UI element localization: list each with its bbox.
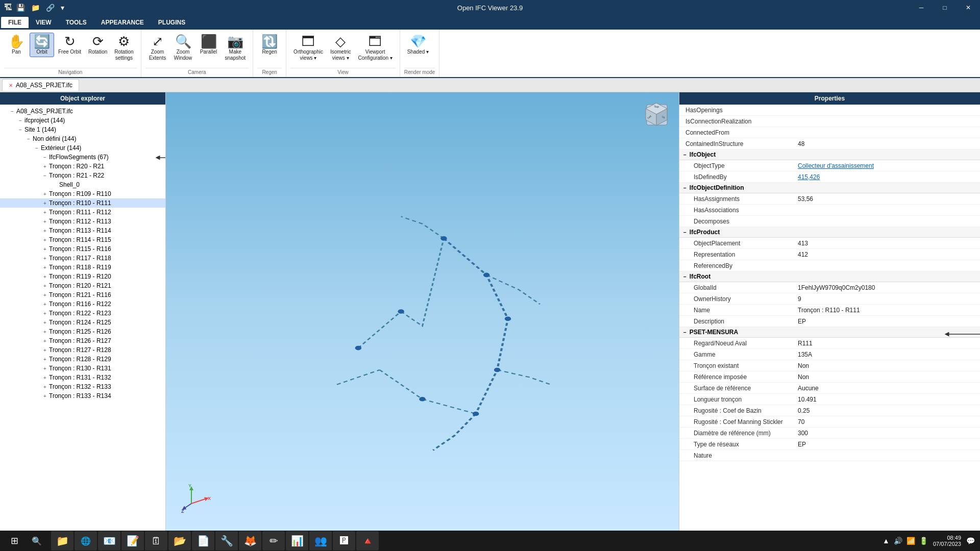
- tree-item-site[interactable]: − Site 1 (144): [0, 125, 165, 134]
- menu-file[interactable]: FILE: [1, 17, 29, 28]
- pan-button[interactable]: ✋ Pan: [4, 33, 29, 57]
- expand-icon[interactable]: +: [41, 338, 49, 344]
- expand-icon[interactable]: +: [41, 274, 49, 280]
- tree-item-root[interactable]: − A08_ASS_PRJET.ifc: [0, 107, 165, 116]
- taskbar-powerpoint[interactable]: 🅿: [333, 531, 355, 550]
- tray-network[interactable]: 📶: [905, 536, 916, 546]
- section-ifcobject[interactable]: − IfcObject: [679, 149, 980, 160]
- tree-item-shell0[interactable]: Shell_0: [0, 180, 165, 189]
- quick-link-icon[interactable]: 🔗: [44, 3, 57, 13]
- prop-val[interactable]: 415,426: [798, 173, 974, 181]
- tree-item-r118-r119[interactable]: + Tronçon : R118 - R119: [0, 263, 165, 272]
- tree-item-r126-r127[interactable]: + Tronçon : R126 - R127: [0, 336, 165, 345]
- taskbar-word[interactable]: 📝: [121, 531, 144, 550]
- tree-item-r113-r114[interactable]: + Tronçon : R113 - R114: [0, 226, 165, 235]
- zoom-extents-button[interactable]: ⤢ ZoomExtents: [145, 33, 170, 63]
- tree-item-r119-r120[interactable]: + Tronçon : R119 - R120: [0, 272, 165, 281]
- tree-item-r122-r123[interactable]: + Tronçon : R122 - R123: [0, 309, 165, 318]
- tree-item-r114-r115[interactable]: + Tronçon : R114 - R115: [0, 235, 165, 244]
- tree-item-ifcflow[interactable]: − IfcFlowSegments (67): [0, 153, 165, 162]
- close-button[interactable]: ✕: [957, 0, 980, 15]
- regen-button[interactable]: 🔃 Regen: [257, 33, 282, 57]
- quick-dropdown-icon[interactable]: ▾: [59, 3, 66, 13]
- expand-icon[interactable]: +: [41, 347, 49, 353]
- properties-content[interactable]: HasOpenings IsConnectionRealization Conn…: [679, 105, 980, 531]
- tree-area[interactable]: − A08_ASS_PRJET.ifc − ifcproject (144) −…: [0, 105, 165, 531]
- expand-icon[interactable]: −: [16, 127, 24, 133]
- document-tab-main[interactable]: ✕ A08_ASS_PRJET.ifc: [2, 79, 79, 91]
- tray-battery[interactable]: 🔋: [918, 536, 929, 546]
- tree-item-r21-r22[interactable]: − Tronçon : R21 - R22: [0, 171, 165, 180]
- 3d-viewport[interactable]: Top Left Us: [166, 92, 679, 531]
- taskbar-teams[interactable]: 👥: [309, 531, 332, 550]
- search-button[interactable]: 🔍: [27, 531, 47, 550]
- taskbar-excel[interactable]: 📊: [286, 531, 308, 550]
- taskbar-app8[interactable]: 🔧: [215, 531, 238, 550]
- expand-icon[interactable]: +: [41, 384, 49, 390]
- clock[interactable]: 08:49 07/07/2023: [933, 535, 961, 547]
- expand-icon[interactable]: −: [24, 136, 33, 142]
- tree-item-r109-r110[interactable]: + Tronçon : R109 - R110: [0, 189, 165, 198]
- orbit-button[interactable]: 🔄 Orbit: [30, 33, 54, 57]
- expand-icon[interactable]: +: [41, 265, 49, 270]
- make-snapshot-button[interactable]: 📷 Makesnapshot: [222, 33, 249, 63]
- taskbar-acrobat[interactable]: 📄: [192, 531, 214, 550]
- expand-icon[interactable]: +: [41, 191, 49, 197]
- tree-item-r131-r132[interactable]: + Tronçon : R131 - R132: [0, 373, 165, 382]
- menu-view[interactable]: VIEW: [29, 17, 59, 28]
- expand-icon[interactable]: +: [41, 201, 49, 206]
- menu-tools[interactable]: TOOLS: [59, 17, 94, 28]
- expand-icon[interactable]: +: [41, 292, 49, 298]
- tree-item-exterieur[interactable]: − Extérieur (144): [0, 143, 165, 153]
- tree-item-ifcproject[interactable]: − ifcproject (144): [0, 116, 165, 125]
- expand-icon[interactable]: +: [41, 320, 49, 325]
- tree-item-r130-r131[interactable]: + Tronçon : R130 - R131: [0, 364, 165, 373]
- section-ifcproduct[interactable]: − IfcProduct: [679, 227, 980, 238]
- shaded-button[interactable]: 💎 Shaded ▾: [404, 33, 432, 57]
- expand-icon[interactable]: +: [41, 237, 49, 243]
- expand-icon[interactable]: +: [41, 375, 49, 381]
- expand-icon[interactable]: +: [41, 210, 49, 215]
- zoom-window-button[interactable]: 🔍 ZoomWindow: [171, 33, 195, 63]
- tree-item-r112-r113[interactable]: + Tronçon : R112 - R113: [0, 217, 165, 226]
- menu-plugins[interactable]: PLUGINS: [151, 17, 192, 28]
- tree-item-r128-r129[interactable]: + Tronçon : R128 - R129: [0, 355, 165, 364]
- expand-icon[interactable]: +: [41, 219, 49, 224]
- tree-item-r132-r133[interactable]: + Tronçon : R132 - R133: [0, 382, 165, 391]
- taskbar-app14[interactable]: 🔺: [356, 531, 379, 550]
- start-button[interactable]: ⊞: [4, 531, 24, 550]
- menu-appearance[interactable]: APPEARANCE: [94, 17, 151, 28]
- tree-item-r120-r121[interactable]: + Tronçon : R120 - R121: [0, 281, 165, 290]
- tree-item-r111-r112[interactable]: + Tronçon : R111 - R112: [0, 208, 165, 217]
- expand-icon[interactable]: −: [41, 155, 49, 160]
- expand-icon[interactable]: +: [41, 283, 49, 289]
- taskbar-app6[interactable]: 📂: [168, 531, 191, 550]
- expand-icon[interactable]: +: [41, 366, 49, 371]
- expand-icon[interactable]: −: [8, 109, 16, 114]
- quick-open-icon[interactable]: 📁: [29, 3, 42, 13]
- section-ifcroot[interactable]: − IfcRoot: [679, 271, 980, 282]
- free-orbit-button[interactable]: ↻ Free Orbit: [55, 33, 84, 57]
- quick-save-icon[interactable]: 💾: [14, 3, 27, 13]
- taskbar-edge[interactable]: 🌐: [75, 531, 97, 550]
- minimize-button[interactable]: ─: [910, 0, 933, 15]
- expand-icon[interactable]: −: [16, 118, 24, 123]
- viewport-config-button[interactable]: 🗔 ViewportConfiguration ▾: [355, 33, 395, 63]
- tab-close-icon[interactable]: ✕: [9, 83, 13, 88]
- tray-volume[interactable]: 🔊: [893, 536, 903, 546]
- isometric-views-button[interactable]: ◇ Isometricviews ▾: [327, 33, 354, 63]
- expand-icon[interactable]: +: [41, 357, 49, 362]
- tree-item-r121-r116[interactable]: + Tronçon : R121 - R116: [0, 290, 165, 299]
- taskbar-app5[interactable]: 🗓: [145, 531, 167, 550]
- tree-item-r117-r118[interactable]: + Tronçon : R117 - R118: [0, 254, 165, 263]
- tree-item-r124-r125[interactable]: + Tronçon : R124 - R125: [0, 318, 165, 327]
- prop-val[interactable]: Collecteur d'assainissement: [798, 162, 974, 169]
- tray-chevron[interactable]: ▲: [881, 536, 891, 546]
- expand-icon[interactable]: +: [41, 164, 49, 169]
- orthographic-views-button[interactable]: 🗖 Orthographicviews ▾: [290, 33, 326, 63]
- expand-icon[interactable]: +: [41, 228, 49, 234]
- expand-icon[interactable]: +: [41, 302, 49, 307]
- expand-icon[interactable]: +: [41, 311, 49, 316]
- tree-item-r116-r122[interactable]: + Tronçon : R116 - R122: [0, 299, 165, 309]
- tree-item-r110-r111[interactable]: + Tronçon : R110 - R111: [0, 198, 165, 208]
